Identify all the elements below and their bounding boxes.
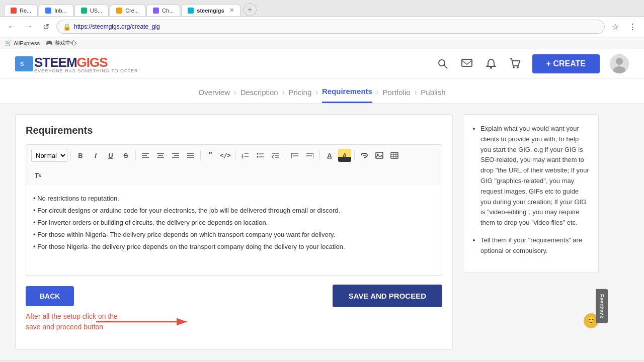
- breadcrumb-description[interactable]: Description: [240, 88, 278, 103]
- annotation-text: After all the setup click on the save an…: [26, 311, 118, 332]
- toolbar-sep-1: [70, 150, 71, 160]
- link-btn[interactable]: [358, 149, 371, 162]
- table-btn[interactable]: [388, 149, 401, 162]
- unordered-list-btn[interactable]: [254, 149, 267, 162]
- align-center-btn[interactable]: [154, 149, 167, 162]
- justify-btn[interactable]: [184, 149, 197, 162]
- bookmarks-bar: 🛒 AliExpress 🎮 游戏中心: [0, 37, 644, 49]
- breadcrumb-sep-4: ›: [376, 88, 379, 102]
- svg-point-9: [616, 58, 623, 65]
- svg-point-42: [377, 154, 379, 155]
- breadcrumb-requirements[interactable]: Requirements: [322, 87, 372, 103]
- svg-rect-43: [391, 152, 398, 158]
- breadcrumb-portfolio[interactable]: Portfolio: [383, 88, 411, 103]
- strikethrough-btn[interactable]: S: [119, 149, 132, 162]
- breadcrumb-pricing[interactable]: Pricing: [288, 88, 311, 103]
- back-nav-btn[interactable]: ←: [5, 20, 18, 33]
- editor-line-4: • For those within Nigeria- The delivery…: [33, 229, 435, 240]
- search-icon[interactable]: [436, 57, 450, 71]
- breadcrumb-sep-2: ›: [282, 88, 285, 102]
- settings-btn[interactable]: ⋮: [626, 20, 639, 33]
- editor-line-3: • For inverter orders or building of cir…: [33, 217, 435, 228]
- feedback-tab[interactable]: Feedback: [596, 289, 608, 323]
- editor-line-1: • No restrictions to reputation.: [33, 193, 435, 204]
- requirements-card: Requirements Normal B I U S: [15, 114, 453, 350]
- browser-nav-bar: ← → ↺ 🔒 https://steemgigs.org/create_gig…: [0, 17, 644, 37]
- sidebar: Explain what you would want your clients…: [463, 114, 599, 350]
- sidebar-tips-list: Explain what you would want your clients…: [472, 124, 589, 256]
- svg-rect-41: [376, 152, 383, 158]
- format-select[interactable]: Normal: [31, 149, 67, 162]
- svg-text:2.: 2.: [242, 156, 244, 158]
- toolbar-sep-7: [354, 150, 355, 160]
- breadcrumb-nav: Overview › Description › Pricing › Requi…: [0, 79, 644, 104]
- logo-text: STEEMGIGS: [34, 55, 108, 70]
- highlight-btn[interactable]: A: [338, 149, 351, 162]
- toolbar-sep-4: [235, 150, 235, 160]
- star-btn[interactable]: ☆: [609, 20, 622, 33]
- site-header: S STEEMGIGS EVERYONE HAS SOMETHING TO OF…: [0, 49, 644, 79]
- logo-sub: EVERYONE HAS SOMETHING TO OFFER: [34, 68, 138, 73]
- url-text: https://steemgigs.org/create_gig: [74, 23, 160, 30]
- feedback-area: Feedback 😊: [463, 313, 599, 328]
- toolbar-sep-6: [319, 150, 320, 160]
- site-logo: S STEEMGIGS EVERYONE HAS SOMETHING TO OF…: [15, 55, 138, 73]
- main-content: Requirements Normal B I U S: [0, 104, 644, 360]
- blockquote-btn[interactable]: ": [204, 149, 217, 162]
- svg-point-7: [517, 66, 519, 68]
- section-title: Requirements: [26, 125, 442, 136]
- align-right-btn[interactable]: [169, 149, 182, 162]
- url-bar[interactable]: 🔒 https://steemgigs.org/create_gig: [56, 20, 605, 34]
- notifications-icon[interactable]: [484, 57, 498, 71]
- save-proceed-button[interactable]: SAVE AND PROCEED: [333, 285, 442, 307]
- messages-icon[interactable]: [460, 57, 474, 71]
- editor-toolbar: Normal B I U S: [26, 144, 442, 166]
- svg-line-3: [444, 65, 447, 68]
- toolbar-sep-5: [285, 150, 285, 160]
- toolbar-sep-3: [200, 150, 201, 160]
- create-button[interactable]: + CREATE: [532, 54, 600, 73]
- avatar[interactable]: [610, 54, 629, 73]
- editor-line-2: • For circuit designs or arduino code fo…: [33, 205, 435, 216]
- font-color-btn[interactable]: A: [323, 149, 336, 162]
- breadcrumb-sep-5: ›: [415, 88, 417, 102]
- editor-line-5: • For those Nigeria- the delivery price …: [33, 241, 435, 252]
- decrease-indent-btn[interactable]: [269, 149, 282, 162]
- ordered-list-btn[interactable]: 1.2.: [238, 149, 252, 162]
- back-button[interactable]: BACK: [26, 286, 74, 306]
- bold-btn[interactable]: B: [74, 149, 87, 162]
- annotation-area: After all the setup click on the save an…: [26, 309, 442, 339]
- code-btn[interactable]: </>: [219, 149, 232, 162]
- svg-rect-4: [462, 59, 472, 66]
- underline-btn[interactable]: U: [104, 149, 117, 162]
- image-btn[interactable]: [373, 149, 386, 162]
- svg-point-2: [439, 60, 445, 66]
- cart-icon[interactable]: [508, 57, 522, 71]
- status-bar: 🌙 🖨 🔊 105% ENG INTL 11:02 AM 31/03/2018: [0, 360, 644, 362]
- sidebar-tip-1: Explain what you would want your clients…: [480, 124, 589, 228]
- svg-point-6: [513, 66, 515, 68]
- svg-point-29: [257, 156, 259, 158]
- toolbar-sep-2: [135, 150, 136, 160]
- reload-btn[interactable]: ↺: [39, 20, 52, 33]
- clear-format-btn[interactable]: Tx: [31, 169, 44, 182]
- svg-point-27: [257, 153, 259, 155]
- indent-right-btn[interactable]: [303, 149, 316, 162]
- content-area: Requirements Normal B I U S: [15, 114, 453, 350]
- logo-icon: S: [15, 56, 33, 71]
- sidebar-tip-2: Tell them if your "requirements" are opt…: [480, 235, 589, 256]
- bookmark-aliexpress[interactable]: 🛒 AliExpress: [5, 40, 40, 46]
- action-row: BACK SAVE AND PROCEED: [26, 285, 442, 307]
- editor-content[interactable]: • No restrictions to reputation. • For c…: [26, 185, 442, 276]
- svg-text:S: S: [20, 61, 24, 67]
- bookmark-gamecenter[interactable]: 🎮 游戏中心: [46, 39, 76, 47]
- indent-left-btn[interactable]: [288, 149, 301, 162]
- breadcrumb-sep-3: ›: [315, 88, 318, 102]
- breadcrumb-publish[interactable]: Publish: [421, 88, 445, 103]
- italic-btn[interactable]: I: [89, 149, 102, 162]
- align-left-btn[interactable]: [139, 149, 152, 162]
- breadcrumb-sep-1: ›: [234, 88, 236, 102]
- forward-nav-btn[interactable]: →: [22, 20, 35, 33]
- breadcrumb-overview[interactable]: Overview: [198, 88, 230, 103]
- page-wrapper: S STEEMGIGS EVERYONE HAS SOMETHING TO OF…: [0, 49, 644, 360]
